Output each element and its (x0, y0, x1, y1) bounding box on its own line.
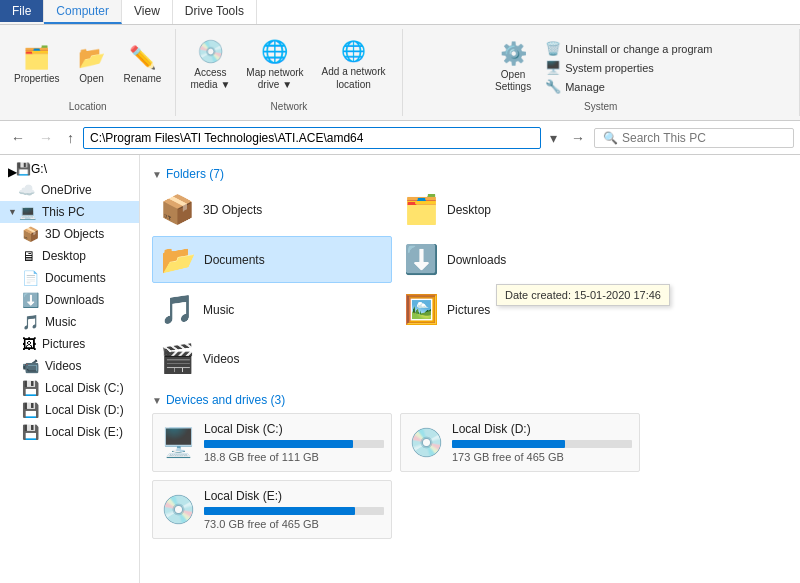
open-icon: 📂 (78, 45, 105, 71)
folder-documents[interactable]: 📂 Documents (152, 236, 392, 283)
sidebar-item-music[interactable]: 🎵 Music (0, 311, 139, 333)
sidebar-item-g-drive[interactable]: ▶ 💾 G:\ (0, 159, 139, 179)
drive-c-bar-fill (204, 440, 353, 448)
sidebar-item-onedrive[interactable]: ☁️ OneDrive (0, 179, 139, 201)
address-bar: ← → ↑ ▾ → 🔍 (0, 121, 800, 155)
music-label: Music (45, 315, 76, 329)
folder-downloads[interactable]: ⬇️ Downloads Date created: 15-01-2020 17… (396, 236, 636, 283)
sidebar-item-3d-objects[interactable]: 📦 3D Objects (0, 223, 139, 245)
drives-section-header[interactable]: ▼ Devices and drives (3) (152, 393, 788, 407)
drive-c-free: 18.8 GB free of 111 GB (204, 451, 384, 463)
uninstall-label: Uninstall or change a program (565, 43, 712, 55)
sidebar-item-local-e[interactable]: 💾 Local Disk (E:) (0, 421, 139, 443)
local-c-icon: 💾 (22, 380, 39, 396)
drive-d-bar-bg (452, 440, 632, 448)
sidebar-item-this-pc[interactable]: ▼ 💻 This PC (0, 201, 139, 223)
local-d-label: Local Disk (D:) (45, 403, 124, 417)
folder-music-icon: 🎵 (160, 293, 195, 326)
tab-file[interactable]: File (0, 0, 44, 24)
sidebar-item-desktop[interactable]: 🖥 Desktop (0, 245, 139, 267)
onedrive-icon: ☁️ (18, 182, 35, 198)
drive-d-free: 173 GB free of 465 GB (452, 451, 632, 463)
add-network-icon: 🌐 (341, 39, 366, 63)
local-c-label: Local Disk (C:) (45, 381, 124, 395)
folder-music[interactable]: 🎵 Music (152, 287, 392, 332)
drive-e-icon: 💿 (161, 493, 196, 526)
sidebar-item-local-d[interactable]: 💾 Local Disk (D:) (0, 399, 139, 421)
sidebar-item-videos[interactable]: 📹 Videos (0, 355, 139, 377)
add-network-button[interactable]: 🌐 Add a networklocation (314, 35, 394, 95)
rename-icon: ✏️ (129, 45, 156, 71)
drive-c-bar-bg (204, 440, 384, 448)
onedrive-label: OneDrive (41, 183, 92, 197)
folder-3d-objects-name: 3D Objects (203, 203, 262, 217)
search-box: 🔍 (594, 128, 794, 148)
manage-icon: 🔧 (545, 79, 561, 94)
3d-objects-icon: 📦 (22, 226, 39, 242)
folder-documents-icon: 📂 (161, 243, 196, 276)
sidebar-item-pictures[interactable]: 🖼 Pictures (0, 333, 139, 355)
dropdown-button[interactable]: ▾ (545, 127, 562, 149)
folders-section-header[interactable]: ▼ Folders (7) (152, 167, 788, 181)
drive-local-c[interactable]: 🖥️ Local Disk (C:) 18.8 GB free of 111 G… (152, 413, 392, 472)
ribbon-network-buttons: 💿 Accessmedia ▼ 🌐 Map networkdrive ▼ 🌐 A… (184, 33, 393, 97)
properties-label: Properties (14, 73, 60, 85)
folder-desktop-name: Desktop (447, 203, 491, 217)
uninstall-link[interactable]: 🗑️ Uninstall or change a program (545, 41, 712, 56)
drive-e-bar-bg (204, 507, 384, 515)
drives-chevron-icon: ▼ (152, 395, 162, 406)
access-media-icon: 💿 (197, 39, 224, 65)
settings-icon: ⚙️ (500, 41, 527, 67)
g-drive-icon: 💾 (16, 162, 31, 176)
tab-computer[interactable]: Computer (44, 0, 122, 24)
system-properties-link[interactable]: 🖥️ System properties (545, 60, 712, 75)
access-media-label: Accessmedia ▼ (190, 67, 230, 91)
drive-d-name: Local Disk (D:) (452, 422, 632, 436)
folder-desktop[interactable]: 🗂️ Desktop (396, 187, 636, 232)
add-network-label: Add a networklocation (322, 65, 386, 91)
local-d-icon: 💾 (22, 402, 39, 418)
pictures-icon: 🖼 (22, 336, 36, 352)
open-button[interactable]: 📂 Open (70, 41, 114, 89)
properties-button[interactable]: 🗂️ Properties (8, 41, 66, 89)
address-input[interactable] (83, 127, 541, 149)
tab-view[interactable]: View (122, 0, 173, 24)
search-input[interactable] (622, 131, 785, 145)
open-label: Open (79, 73, 103, 85)
up-button[interactable]: ↑ (62, 127, 79, 149)
folder-3d-objects-icon: 📦 (160, 193, 195, 226)
sidebar-item-downloads[interactable]: ⬇️ Downloads (0, 289, 139, 311)
folder-pictures-name: Pictures (447, 303, 490, 317)
sidebar-item-local-c[interactable]: 💾 Local Disk (C:) (0, 377, 139, 399)
forward-button[interactable]: → (34, 127, 58, 149)
drives-section-label: Devices and drives (3) (166, 393, 285, 407)
manage-link[interactable]: 🔧 Manage (545, 79, 712, 94)
map-network-button[interactable]: 🌐 Map networkdrive ▼ (240, 35, 309, 95)
folder-3d-objects[interactable]: 📦 3D Objects (152, 187, 392, 232)
sidebar-item-documents[interactable]: 📄 Documents (0, 267, 139, 289)
ribbon-tabs: File Computer View Drive Tools (0, 0, 800, 25)
ribbon-group-network: 💿 Accessmedia ▼ 🌐 Map networkdrive ▼ 🌐 A… (176, 29, 402, 116)
g-drive-label: G:\ (31, 162, 47, 176)
open-settings-button[interactable]: ⚙️ OpenSettings (489, 37, 537, 97)
folders-chevron-icon: ▼ (152, 169, 162, 180)
back-button[interactable]: ← (6, 127, 30, 149)
access-media-button[interactable]: 💿 Accessmedia ▼ (184, 35, 236, 95)
folder-downloads-icon: ⬇️ (404, 243, 439, 276)
folders-grid: 📦 3D Objects 🗂️ Desktop 📂 Documents ⬇️ D… (152, 187, 788, 381)
folder-videos[interactable]: 🎬 Videos (152, 336, 392, 381)
folders-section-label: Folders (7) (166, 167, 224, 181)
this-pc-expand-icon: ▼ (8, 207, 17, 217)
rename-button[interactable]: ✏️ Rename (118, 41, 168, 89)
folder-downloads-name: Downloads (447, 253, 506, 267)
go-button[interactable]: → (566, 127, 590, 149)
pictures-label: Pictures (42, 337, 85, 351)
drive-e-free: 73.0 GB free of 465 GB (204, 518, 384, 530)
folder-pictures-icon: 🖼️ (404, 293, 439, 326)
drive-local-e[interactable]: 💿 Local Disk (E:) 73.0 GB free of 465 GB (152, 480, 392, 539)
tab-drive-tools[interactable]: Drive Tools (173, 0, 257, 24)
downloads-label: Downloads (45, 293, 104, 307)
ribbon-group-system: ⚙️ OpenSettings 🗑️ Uninstall or change a… (403, 29, 801, 116)
documents-icon: 📄 (22, 270, 39, 286)
drive-local-d[interactable]: 💿 Local Disk (D:) 173 GB free of 465 GB (400, 413, 640, 472)
